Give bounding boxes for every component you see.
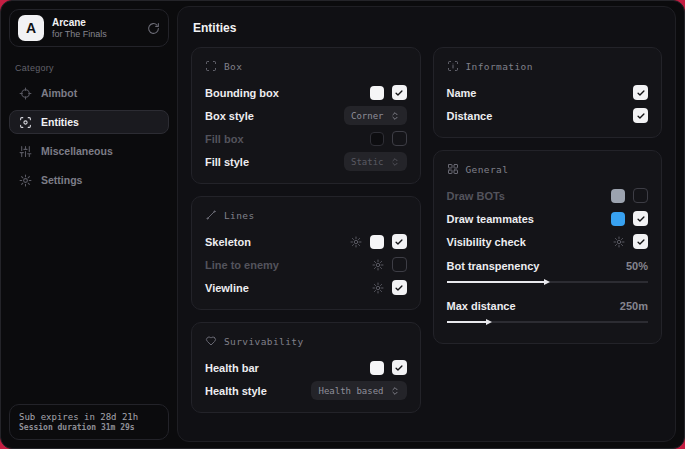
fill-style-dropdown[interactable]: Static xyxy=(344,152,407,171)
slider-labels: Bot transpenency50% xyxy=(447,257,649,275)
skeleton-checkbox[interactable] xyxy=(392,234,407,249)
visibility-check-controls xyxy=(613,234,648,249)
health-bar-checkbox[interactable] xyxy=(392,360,407,375)
distance-controls xyxy=(633,108,648,123)
section-box: BoxBounding boxBox styleCornerFill boxFi… xyxy=(191,47,421,184)
app-title-block: Arcane for The Finals xyxy=(52,17,139,39)
section-header-information: Information xyxy=(447,60,649,72)
gear-icon[interactable] xyxy=(350,236,362,248)
health-style-dropdown-value: Health based xyxy=(318,386,383,396)
row-bounding-box: Bounding box xyxy=(205,81,407,104)
draw-bots-checkbox[interactable] xyxy=(633,188,648,203)
sidebar-item-settings[interactable]: Settings xyxy=(9,168,169,192)
slider-labels: Max distance250m xyxy=(447,297,649,315)
check-icon xyxy=(636,214,646,224)
sidebar-item-label: Miscellaneous xyxy=(41,145,113,157)
grid-icon xyxy=(447,163,459,175)
bounding-box-label: Bounding box xyxy=(205,87,279,99)
section-general: GeneralDraw BOTsDraw teammatesVisibility… xyxy=(433,150,663,344)
row-max-distance: Max distance250m xyxy=(447,293,649,333)
name-controls xyxy=(633,85,648,100)
fill-box-label: Fill box xyxy=(205,133,244,145)
bot-transpenency-slider[interactable] xyxy=(447,278,649,285)
skeleton-label: Skeleton xyxy=(205,236,251,248)
section-information: InformationNameDistance xyxy=(433,47,663,138)
app-logo: A xyxy=(18,15,44,41)
check-icon xyxy=(394,283,404,293)
health-style-dropdown[interactable]: Health based xyxy=(311,381,406,400)
sidebar-item-entities[interactable]: Entities xyxy=(9,110,169,134)
gear-icon[interactable] xyxy=(613,236,625,248)
health-bar-color-swatch[interactable] xyxy=(370,361,384,375)
gear-icon[interactable] xyxy=(372,259,384,271)
bot-transpenency-label: Bot transpenency xyxy=(447,260,540,272)
fill-box-color-swatch[interactable] xyxy=(370,132,384,146)
fill-box-controls xyxy=(370,131,407,146)
draw-teammates-label: Draw teammates xyxy=(447,213,534,225)
bounding-box-checkbox[interactable] xyxy=(392,85,407,100)
info-brackets-icon xyxy=(447,60,459,72)
viewline-controls xyxy=(372,280,407,295)
check-icon xyxy=(636,111,646,121)
fill-box-checkbox[interactable] xyxy=(392,131,407,146)
box-brackets-icon xyxy=(205,60,217,72)
section-title: General xyxy=(466,164,509,175)
category-label: Category xyxy=(15,63,169,73)
fill-style-dropdown-value: Static xyxy=(351,157,384,167)
main-panel: Entities BoxBounding boxBox styleCornerF… xyxy=(177,6,676,442)
check-icon xyxy=(636,237,646,247)
section-header-general: General xyxy=(447,163,649,175)
section-header-box: Box xyxy=(205,60,407,72)
row-draw-teammates: Draw teammates xyxy=(447,207,649,230)
max-distance-value: 250m xyxy=(620,300,648,312)
app-name: Arcane xyxy=(52,17,139,29)
check-icon xyxy=(394,363,404,373)
row-visibility-check: Visibility check xyxy=(447,230,649,253)
row-box-style: Box styleCorner xyxy=(205,104,407,127)
subscription-info-card: Sub expires in 28d 21h Session duration … xyxy=(9,404,169,440)
row-distance: Distance xyxy=(447,104,649,127)
check-icon xyxy=(636,88,646,98)
slider-thumb[interactable] xyxy=(486,319,492,325)
bot-transpenency-value: 50% xyxy=(626,260,648,272)
viewline-checkbox[interactable] xyxy=(392,280,407,295)
draw-teammates-checkbox[interactable] xyxy=(633,211,648,226)
app-subtitle: for The Finals xyxy=(52,29,139,39)
gear-icon xyxy=(19,174,32,187)
session-duration-text: Session duration 31m 29s xyxy=(19,423,159,432)
section-title: Information xyxy=(466,61,533,72)
section-header-lines: Lines xyxy=(205,209,407,221)
slider-thumb[interactable] xyxy=(544,279,550,285)
scan-eye-icon xyxy=(19,116,32,129)
heart-icon xyxy=(205,335,217,347)
visibility-check-checkbox[interactable] xyxy=(633,234,648,249)
bounding-box-controls xyxy=(370,85,407,100)
row-line-to-enemy: Line to enemy xyxy=(205,253,407,276)
line-to-enemy-checkbox[interactable] xyxy=(392,257,407,272)
draw-bots-color-swatch[interactable] xyxy=(611,189,625,203)
row-health-bar: Health bar xyxy=(205,356,407,379)
app-window: A Arcane for The Finals Category AimbotE… xyxy=(0,0,685,449)
health-style-controls: Health based xyxy=(311,381,406,400)
max-distance-slider[interactable] xyxy=(447,318,649,325)
skeleton-color-swatch[interactable] xyxy=(370,235,384,249)
column-2: InformationNameDistanceGeneralDraw BOTsD… xyxy=(433,47,663,344)
fill-style-label: Fill style xyxy=(205,156,249,168)
sync-icon[interactable] xyxy=(147,22,160,35)
draw-teammates-color-swatch[interactable] xyxy=(611,212,625,226)
box-style-dropdown[interactable]: Corner xyxy=(344,106,407,125)
sidebar-item-miscellaneous[interactable]: Miscellaneous xyxy=(9,139,169,163)
name-checkbox[interactable] xyxy=(633,85,648,100)
sidebar-item-aimbot[interactable]: Aimbot xyxy=(9,81,169,105)
app-header-card: A Arcane for The Finals xyxy=(9,9,169,47)
line-to-enemy-controls xyxy=(372,257,407,272)
health-style-label: Health style xyxy=(205,385,267,397)
page-title: Entities xyxy=(193,21,662,35)
gear-icon[interactable] xyxy=(372,282,384,294)
distance-checkbox[interactable] xyxy=(633,108,648,123)
unfold-icon xyxy=(390,157,400,167)
sidebar-spacer xyxy=(9,192,169,404)
bounding-box-color-swatch[interactable] xyxy=(370,86,384,100)
skeleton-controls xyxy=(350,234,407,249)
visibility-check-label: Visibility check xyxy=(447,236,526,248)
